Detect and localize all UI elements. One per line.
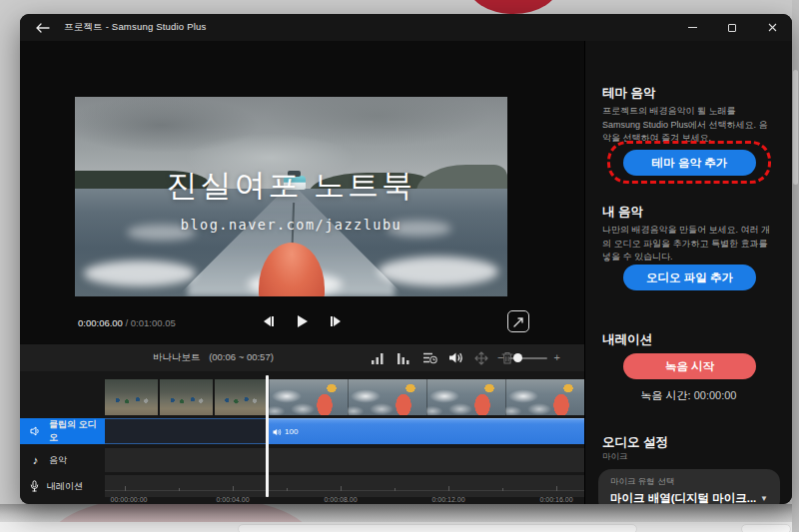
start-recording-button[interactable]: 녹음 시작 bbox=[623, 353, 756, 379]
fade-out-icon bbox=[397, 352, 410, 364]
video-overlay-subtitle: blog.naver.com/jazzlubu bbox=[75, 217, 507, 233]
back-button[interactable] bbox=[32, 19, 54, 37]
clip-thumbnail[interactable] bbox=[215, 379, 266, 415]
audio-volume-value: 100 bbox=[285, 427, 298, 436]
ruler-label: 0:00:08.00 bbox=[324, 496, 357, 503]
add-audio-file-button[interactable]: 오디오 파일 추가 bbox=[623, 265, 756, 290]
mic-type-select[interactable]: 마이크 유형 선택 마이크 배열(디지털 마이크... ▼ bbox=[598, 469, 780, 504]
fade-out-button[interactable] bbox=[396, 350, 411, 366]
step-back-icon bbox=[262, 315, 275, 327]
track-label-clip-audio[interactable]: 클립의 오디오 bbox=[20, 418, 105, 444]
ruler-tick bbox=[125, 486, 126, 491]
video-preview-area: 진실여포 노트북 blog.naver.com/jazzlubu 0:00:06… bbox=[20, 41, 584, 343]
theme-music-desc: 프로젝트의 배경음악이 될 노래를 Samsung Studio Plus에서 … bbox=[602, 105, 774, 146]
ruler-label: 00:00:00:00 bbox=[111, 496, 148, 503]
screenshot-stage: 프로젝트 - Samsung Studio Plus 완료 취소 bbox=[0, 0, 799, 532]
video-frame[interactable]: 진실여포 노트북 blog.naver.com/jazzlubu bbox=[75, 97, 507, 296]
move-button[interactable] bbox=[473, 350, 489, 366]
track-label-music[interactable]: ♪ 음악 bbox=[20, 448, 105, 472]
audio-settings-title: 오디오 설정 bbox=[602, 434, 668, 451]
narration-title: 내레이션 bbox=[602, 331, 652, 348]
clip-audio-track[interactable]: 100 bbox=[105, 418, 584, 444]
volume-button[interactable] bbox=[447, 350, 463, 366]
background-blurred-element bbox=[741, 524, 791, 532]
ruler-tick bbox=[179, 488, 180, 491]
timeline-zoom-control: − + bbox=[497, 352, 560, 363]
track-label-text: 클립의 오디오 bbox=[49, 418, 105, 444]
mic-select-label: 마이크 유형 선택 bbox=[610, 476, 768, 488]
ruler-tick bbox=[233, 486, 234, 491]
zoom-out-button[interactable]: − bbox=[497, 352, 503, 363]
clip-range: (00:06 ~ 00:57) bbox=[209, 351, 274, 362]
speed-icon bbox=[422, 351, 437, 364]
clip-thumbnail[interactable] bbox=[105, 379, 158, 415]
page-scrollbar-thumb[interactable] bbox=[793, 70, 798, 185]
volume-icon bbox=[448, 351, 463, 364]
close-button[interactable] bbox=[752, 14, 792, 41]
playhead[interactable] bbox=[266, 375, 269, 497]
microphone-icon bbox=[30, 480, 39, 492]
maximize-button[interactable] bbox=[712, 14, 752, 41]
minimize-icon bbox=[688, 27, 697, 28]
background-blurred-element bbox=[238, 524, 637, 532]
track-label-narration[interactable]: 내레이션 bbox=[20, 475, 105, 497]
ruler-tick bbox=[556, 486, 557, 491]
step-forward-icon bbox=[330, 315, 343, 327]
step-back-button[interactable] bbox=[260, 312, 278, 330]
minimize-button[interactable] bbox=[672, 14, 712, 41]
music-track[interactable] bbox=[105, 448, 584, 472]
speed-button[interactable] bbox=[421, 350, 437, 366]
app-window: 프로젝트 - Samsung Studio Plus 완료 취소 bbox=[20, 14, 792, 504]
window-controls bbox=[672, 14, 792, 41]
clip-thumbnail[interactable] bbox=[160, 379, 213, 415]
playback-bar: 0:00:06.00 / 0:01:00.05 bbox=[20, 302, 584, 343]
ruler-label: 0:00:12.00 bbox=[431, 496, 464, 503]
step-forward-button[interactable] bbox=[328, 312, 346, 330]
play-icon bbox=[297, 314, 309, 328]
fade-in-button[interactable] bbox=[370, 350, 386, 366]
ruler-tick bbox=[502, 488, 503, 491]
fade-in-icon bbox=[371, 352, 385, 364]
my-music-desc: 나만의 배경음악을 만들어 보세요. 여러 개의 오디오 파일을 추가하고 특별… bbox=[602, 224, 774, 265]
audio-volume-label: 100 bbox=[273, 427, 298, 436]
recording-time: 녹음 시간: 00:00:00 bbox=[585, 388, 792, 403]
video-foam bbox=[378, 257, 498, 286]
maximize-icon bbox=[728, 24, 736, 32]
ruler-tick bbox=[448, 486, 449, 491]
selected-clip-title: 바나나보트 (00:06 ~ 00:57) bbox=[153, 351, 274, 364]
track-label-text: 내레이션 bbox=[47, 480, 83, 493]
background-gradient-strip bbox=[0, 504, 799, 523]
recording-time-value: 00:00:00 bbox=[694, 389, 737, 401]
move-icon bbox=[474, 351, 488, 365]
timeline-tool-icons bbox=[370, 350, 515, 366]
title-bar: 프로젝트 - Samsung Studio Plus bbox=[20, 14, 792, 41]
background-red-shape bbox=[467, 0, 559, 14]
fullscreen-button[interactable] bbox=[507, 310, 529, 332]
close-icon bbox=[768, 23, 777, 32]
small-speaker-icon bbox=[273, 428, 282, 436]
video-foam bbox=[84, 261, 197, 286]
ruler-label: 0:00:16.00 bbox=[539, 496, 572, 503]
my-music-title: 내 음악 bbox=[602, 204, 643, 221]
add-theme-music-button[interactable]: 테마 음악 추가 bbox=[623, 150, 756, 176]
speaker-icon bbox=[30, 426, 41, 436]
audio-sidebar: 테마 음악 프로젝트의 배경음악이 될 노래를 Samsung Studio P… bbox=[584, 41, 792, 504]
music-note-icon: ♪ bbox=[30, 454, 41, 466]
play-button[interactable] bbox=[294, 312, 312, 330]
mic-subtitle: 마이크 bbox=[602, 451, 628, 463]
track-label-text: 음악 bbox=[49, 454, 67, 467]
clip-thumbnail-strip[interactable] bbox=[269, 379, 584, 415]
clip-name: 바나나보트 bbox=[153, 351, 201, 362]
timeline-ruler[interactable]: 00:00:00:00 0:00:04.00 0:00:08.00 0:00:1… bbox=[105, 490, 584, 504]
zoom-slider-handle[interactable] bbox=[513, 353, 522, 362]
ruler-tick bbox=[341, 486, 342, 491]
selected-audio-segment[interactable]: 100 bbox=[267, 418, 584, 444]
transport-controls bbox=[20, 312, 584, 330]
video-overlay-title: 진실여포 노트북 bbox=[75, 165, 507, 207]
chevron-down-icon: ▼ bbox=[760, 494, 768, 503]
fullscreen-icon bbox=[513, 316, 524, 327]
zoom-slider[interactable] bbox=[509, 357, 547, 359]
zoom-in-button[interactable]: + bbox=[553, 352, 559, 363]
timeline: 100 클립의 오디오 ♪ 음악 내레이션 bbox=[20, 371, 584, 504]
ruler-label: 0:00:04.00 bbox=[216, 496, 249, 503]
